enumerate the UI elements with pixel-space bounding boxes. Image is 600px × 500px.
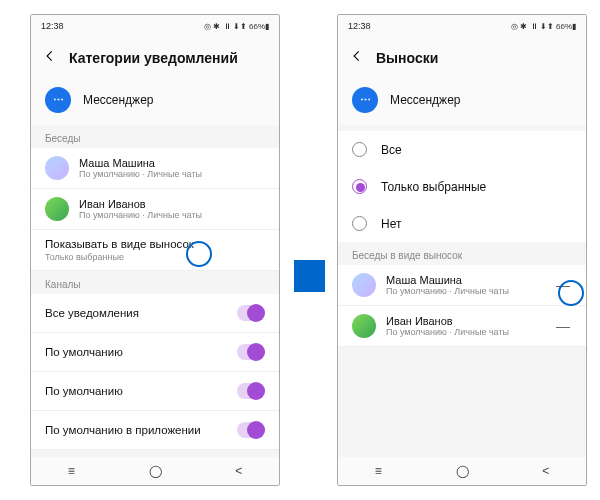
avatar-masha [352, 273, 376, 297]
toggle-switch[interactable] [237, 305, 265, 321]
statusbar: 12:38 ◎ ✱ ⏸ ⬇⬆ 66%▮ [31, 15, 279, 37]
header: Категории уведомлений [31, 37, 279, 79]
chat-row-masha[interactable]: Маша Машина По умолчанию · Личные чаты [31, 148, 279, 189]
radio-icon[interactable] [352, 179, 367, 194]
radio-label: Все [381, 143, 402, 157]
avatar-masha [45, 156, 69, 180]
chat-sub: По умолчанию · Личные чаты [386, 286, 554, 296]
android-navbar: ≡ ◯ < [31, 457, 279, 485]
app-name: Мессенджер [390, 93, 460, 107]
status-time: 12:38 [41, 21, 64, 31]
chat-sub: По умолчанию · Личные чаты [386, 327, 554, 337]
transition-indicator [294, 260, 325, 292]
app-name: Мессенджер [83, 93, 153, 107]
status-time: 12:38 [348, 21, 371, 31]
android-navbar: ≡ ◯ < [338, 457, 586, 485]
bubble-sub: Только выбранные [45, 252, 265, 262]
chat-row-ivan[interactable]: Иван Иванов По умолчанию · Личные чаты [31, 189, 279, 230]
nav-recent-icon[interactable]: ≡ [375, 464, 382, 478]
chat-name: Иван Иванов [386, 315, 554, 327]
toggle-label: Все уведомления [45, 307, 139, 319]
toggle-label: По умолчанию [45, 385, 123, 397]
app-row[interactable]: ⋯ Мессенджер [31, 79, 279, 125]
avatar-ivan [45, 197, 69, 221]
settings-scroll[interactable]: Все Только выбранные Нет Беседы в виде в… [338, 125, 586, 457]
toggle-row[interactable]: По умолчанию [31, 372, 279, 411]
bubble-settings-row[interactable]: Показывать в виде выносок Только выбранн… [31, 230, 279, 271]
radio-icon[interactable] [352, 142, 367, 157]
status-icons: ◎ ✱ ⏸ ⬇⬆ 66%▮ [511, 22, 576, 31]
toggle-label: По умолчанию [45, 346, 123, 358]
chat-name: Маша Машина [386, 274, 554, 286]
section-label-channels: Каналы [31, 271, 279, 294]
page-title: Категории уведомлений [69, 50, 238, 66]
section-label-bubble-chats: Беседы в виде выносок [338, 242, 586, 265]
phone-screen-left: 12:38 ◎ ✱ ⏸ ⬇⬆ 66%▮ Категории уведомлени… [30, 14, 280, 486]
radio-row-all[interactable]: Все [338, 131, 586, 168]
statusbar: 12:38 ◎ ✱ ⏸ ⬇⬆ 66%▮ [338, 15, 586, 37]
toggle-label: По умолчанию в приложении [45, 424, 201, 436]
chat-sub: По умолчанию · Личные чаты [79, 169, 265, 179]
remove-icon[interactable]: — [554, 276, 572, 294]
messenger-icon: ⋯ [45, 87, 71, 113]
toggle-row[interactable]: Все уведомления [31, 294, 279, 333]
bubble-chat-row-ivan[interactable]: Иван Иванов По умолчанию · Личные чаты — [338, 306, 586, 347]
app-row[interactable]: ⋯ Мессенджер [338, 79, 586, 125]
nav-back-icon[interactable]: < [235, 464, 242, 478]
status-icons: ◎ ✱ ⏸ ⬇⬆ 66%▮ [204, 22, 269, 31]
remove-icon[interactable]: — [554, 317, 572, 335]
toggle-switch[interactable] [237, 383, 265, 399]
toggle-row[interactable]: По умолчанию в приложении [31, 411, 279, 450]
toggle-row[interactable]: По умолчанию [31, 333, 279, 372]
avatar-ivan [352, 314, 376, 338]
messenger-icon: ⋯ [352, 87, 378, 113]
nav-home-icon[interactable]: ◯ [456, 464, 469, 478]
section-label-chats: Беседы [31, 125, 279, 148]
radio-row-none[interactable]: Нет [338, 205, 586, 242]
nav-home-icon[interactable]: ◯ [149, 464, 162, 478]
toggle-switch[interactable] [237, 344, 265, 360]
nav-recent-icon[interactable]: ≡ [68, 464, 75, 478]
bubble-title: Показывать в виде выносок [45, 238, 265, 250]
nav-back-icon[interactable]: < [542, 464, 549, 478]
header: Выноски [338, 37, 586, 79]
radio-icon[interactable] [352, 216, 367, 231]
section-label-groups: Группы [31, 450, 279, 457]
chat-sub: По умолчанию · Личные чаты [79, 210, 265, 220]
radio-label: Только выбранные [381, 180, 486, 194]
phone-screen-right: 12:38 ◎ ✱ ⏸ ⬇⬆ 66%▮ Выноски ⋯ Мессенджер… [337, 14, 587, 486]
settings-scroll[interactable]: Беседы Маша Машина По умолчанию · Личные… [31, 125, 279, 457]
toggle-switch[interactable] [237, 422, 265, 438]
chat-name: Иван Иванов [79, 198, 265, 210]
bubble-chat-row-masha[interactable]: Маша Машина По умолчанию · Личные чаты — [338, 265, 586, 306]
back-icon[interactable] [43, 49, 57, 67]
page-title: Выноски [376, 50, 438, 66]
radio-label: Нет [381, 217, 401, 231]
radio-row-selected[interactable]: Только выбранные [338, 168, 586, 205]
back-icon[interactable] [350, 49, 364, 67]
chat-name: Маша Машина [79, 157, 265, 169]
